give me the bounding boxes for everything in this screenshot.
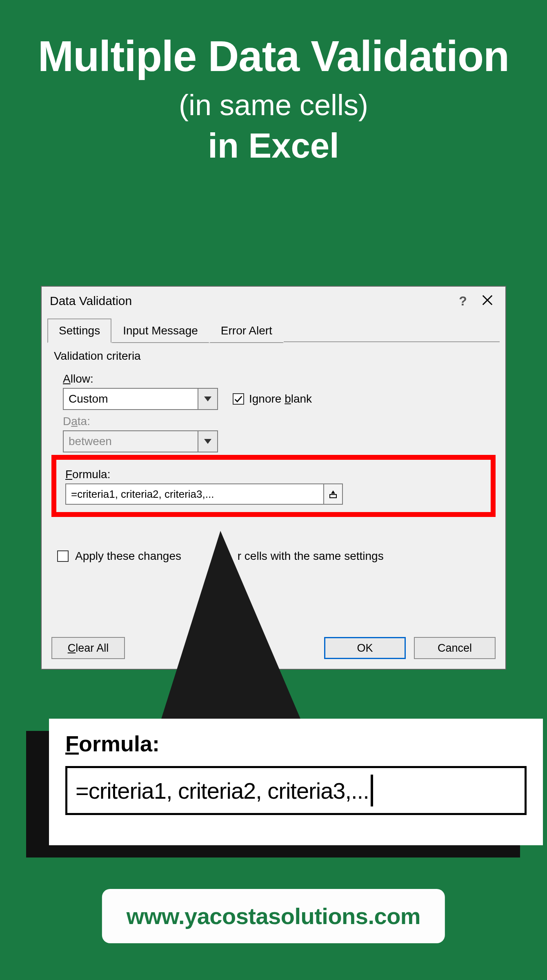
cancel-button[interactable]: Cancel <box>414 637 496 659</box>
data-value: between <box>64 435 198 448</box>
formula-highlight-box: Formula: =criteria1, criteria2, criteria… <box>51 455 496 517</box>
dialog-titlebar: Data Validation ? <box>42 287 505 315</box>
data-label: Data: <box>63 415 493 428</box>
ok-button[interactable]: OK <box>324 637 406 659</box>
page-heading: Multiple Data Validation (in same cells)… <box>0 0 547 166</box>
range-picker-icon <box>329 490 338 499</box>
svg-marker-5 <box>331 490 335 494</box>
formula-input[interactable]: =criteria1, criteria2, criteria3,... <box>65 483 343 505</box>
ignore-blank-checkbox[interactable] <box>233 393 244 405</box>
svg-marker-3 <box>204 439 211 444</box>
heading-line-1: Multiple Data Validation <box>0 33 547 80</box>
formula-label: Formula: <box>65 468 484 481</box>
callout-box: Formula: =criteria1, criteria2, criteria… <box>49 719 543 845</box>
allow-label: Allow: <box>63 372 93 385</box>
apply-changes-checkbox[interactable] <box>57 550 69 562</box>
chevron-down-icon <box>204 439 211 444</box>
validation-criteria-label: Validation criteria <box>54 350 493 363</box>
allow-dropdown[interactable]: Custom <box>63 388 218 410</box>
text-cursor <box>371 775 373 806</box>
callout-arrow <box>151 531 314 751</box>
ignore-blank-wrap: Ignore blank <box>233 392 312 405</box>
heading-line-3: in Excel <box>0 126 547 166</box>
tab-settings[interactable]: Settings <box>47 318 111 343</box>
tab-error-alert[interactable]: Error Alert <box>209 318 284 343</box>
svg-rect-4 <box>330 494 336 498</box>
dialog-tabs: Settings Input Message Error Alert <box>42 315 505 342</box>
range-picker-button[interactable] <box>323 484 342 504</box>
help-button[interactable]: ? <box>451 294 475 309</box>
formula-value: =criteria1, criteria2, criteria3,... <box>66 484 323 504</box>
close-icon <box>481 294 494 306</box>
dialog-body: Validation criteria Allow: Custom Ignore… <box>42 342 505 563</box>
dialog-title: Data Validation <box>50 294 451 308</box>
tab-input-message[interactable]: Input Message <box>111 318 209 343</box>
callout-formula-input[interactable]: =criteria1, criteria2, criteria3,... <box>65 766 527 815</box>
allow-dropdown-arrow[interactable] <box>198 389 217 409</box>
data-dropdown-arrow <box>198 431 217 452</box>
chevron-down-icon <box>204 396 211 401</box>
clear-all-button[interactable]: Clear All <box>51 637 125 659</box>
allow-value: Custom <box>64 392 198 405</box>
check-icon <box>234 394 243 403</box>
callout-formula-label: Formula: <box>65 731 527 756</box>
close-button[interactable] <box>475 294 500 308</box>
data-dropdown: between <box>63 430 218 452</box>
svg-marker-2 <box>204 396 211 401</box>
heading-line-2: (in same cells) <box>0 88 547 122</box>
callout-formula-value: =criteria1, criteria2, criteria3,... <box>76 777 369 804</box>
ignore-blank-label: Ignore blank <box>249 392 312 405</box>
footer-url: www.yacostasolutions.com <box>102 889 445 943</box>
allow-row: Allow: Custom Ignore blank <box>54 368 493 410</box>
